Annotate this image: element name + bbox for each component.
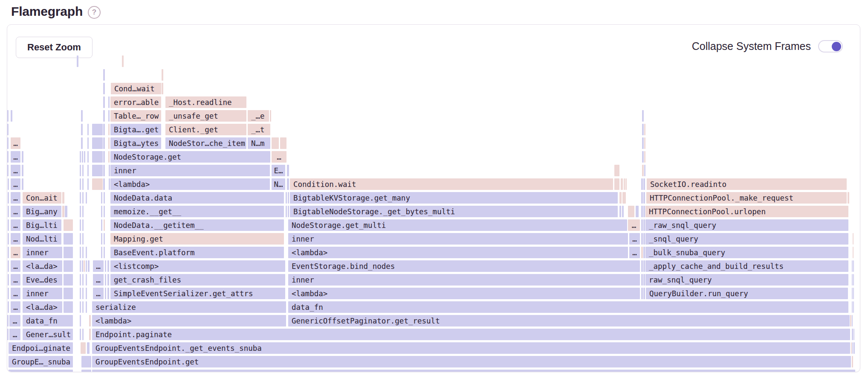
flame-frame[interactable]	[8, 288, 9, 299]
flame-frame[interactable]	[644, 137, 645, 149]
flame-frame[interactable]	[852, 301, 853, 313]
flame-frame[interactable]	[92, 370, 855, 372]
flame-frame[interactable]: Mapping.get	[110, 233, 284, 245]
flame-frame[interactable]	[8, 192, 9, 204]
flame-frame[interactable]: _unsafe_get	[165, 110, 246, 122]
flame-frame[interactable]: …	[11, 260, 20, 272]
flame-frame[interactable]	[81, 137, 83, 149]
flame-frame[interactable]: N…m	[248, 137, 270, 149]
flame-frame[interactable]	[86, 247, 87, 258]
flame-frame[interactable]	[86, 274, 87, 286]
flame-frame[interactable]: Table…_row	[110, 110, 161, 122]
flame-frame[interactable]	[625, 178, 627, 190]
flame-frame[interactable]	[8, 233, 9, 245]
flame-frame[interactable]: …	[11, 137, 20, 149]
flame-frame[interactable]	[64, 233, 73, 245]
flame-frame[interactable]	[62, 206, 64, 217]
flame-frame[interactable]: get_crash_files	[110, 274, 285, 286]
flame-frame[interactable]: Endpoi…ginate	[9, 342, 73, 354]
flame-frame[interactable]: Eve…des	[23, 274, 62, 286]
flame-frame[interactable]: Con…ait	[23, 192, 61, 204]
flame-frame[interactable]	[103, 124, 105, 135]
flame-frame[interactable]	[852, 356, 853, 367]
flame-frame[interactable]	[619, 206, 621, 217]
flame-frame[interactable]	[87, 165, 89, 176]
flame-frame[interactable]: <lambda>	[288, 247, 628, 258]
flame-frame[interactable]: Gener…sult	[23, 329, 73, 340]
flame-frame[interactable]	[92, 137, 103, 149]
flame-frame[interactable]	[288, 192, 289, 204]
flame-frame[interactable]	[8, 301, 9, 313]
flame-frame[interactable]: Client._get	[165, 124, 246, 135]
flame-frame[interactable]	[108, 151, 110, 163]
flame-frame[interactable]	[104, 247, 105, 258]
flame-frame[interactable]	[107, 288, 109, 299]
flame-frame[interactable]	[87, 124, 89, 135]
flame-frame[interactable]	[87, 151, 89, 163]
flame-frame[interactable]: Condition.wait	[290, 178, 613, 190]
flame-frame[interactable]	[642, 124, 644, 135]
flame-frame[interactable]	[853, 301, 854, 313]
flame-frame[interactable]	[641, 178, 643, 190]
flame-frame[interactable]	[162, 69, 163, 81]
flame-frame[interactable]	[104, 219, 105, 231]
flame-frame[interactable]: NodeStorage.get_multi	[288, 219, 627, 231]
flame-frame[interactable]: BaseEvent.platform	[110, 247, 284, 258]
flame-frame[interactable]	[101, 233, 102, 245]
flame-frame[interactable]: EventStorage.bind_nodes	[288, 260, 640, 272]
flame-frame[interactable]	[641, 260, 643, 272]
flame-frame[interactable]: …	[629, 247, 640, 258]
flame-frame[interactable]	[852, 260, 853, 272]
flame-frame[interactable]	[88, 260, 90, 272]
flame-frame[interactable]: HTTPConnectionPool.urlopen	[645, 206, 848, 217]
flame-frame[interactable]	[101, 219, 102, 231]
flame-frame[interactable]	[64, 260, 73, 272]
flame-frame[interactable]	[105, 260, 106, 272]
flame-frame[interactable]	[8, 206, 9, 217]
flame-frame[interactable]	[643, 178, 645, 190]
flame-frame[interactable]: …	[9, 329, 20, 340]
flame-frame[interactable]	[8, 274, 9, 286]
flame-frame[interactable]	[92, 151, 103, 163]
flame-frame[interactable]: …	[11, 219, 20, 231]
flame-frame[interactable]	[850, 315, 851, 327]
flame-frame[interactable]	[852, 288, 853, 299]
flame-frame[interactable]: raw_snql_query	[645, 274, 848, 286]
flame-frame[interactable]: …	[93, 260, 104, 272]
flame-frame[interactable]	[81, 370, 91, 372]
flame-frame[interactable]	[84, 260, 85, 272]
flame-frame[interactable]	[643, 274, 645, 286]
flame-frame[interactable]	[8, 178, 9, 190]
flame-frame[interactable]	[272, 137, 279, 149]
flame-frame[interactable]: GroupE…_snuba	[9, 356, 73, 367]
flame-frame[interactable]: inner	[23, 247, 62, 258]
flame-frame[interactable]	[84, 151, 85, 163]
flame-frame[interactable]	[624, 178, 625, 190]
flame-frame[interactable]	[80, 165, 81, 176]
flame-frame[interactable]	[65, 206, 67, 217]
flame-frame[interactable]: _Host.readline	[165, 96, 246, 108]
flame-frame[interactable]	[82, 260, 83, 272]
flame-frame[interactable]	[853, 247, 854, 258]
flame-frame[interactable]	[621, 178, 623, 190]
flame-frame[interactable]	[619, 192, 622, 204]
flame-frame[interactable]: …	[11, 192, 20, 204]
flame-frame[interactable]	[89, 315, 91, 327]
flame-frame[interactable]	[82, 206, 84, 217]
flame-frame[interactable]	[622, 192, 626, 204]
flame-frame[interactable]	[636, 206, 639, 217]
flame-frame[interactable]	[86, 301, 87, 313]
flame-frame[interactable]	[101, 206, 102, 217]
flame-frame[interactable]	[8, 247, 9, 258]
flame-frame[interactable]	[628, 206, 634, 217]
flame-frame[interactable]: NodeStor…che_item	[165, 137, 246, 149]
flame-frame[interactable]: <lambda>	[92, 315, 286, 327]
flame-frame[interactable]	[614, 178, 619, 190]
flame-frame[interactable]: <listcomp>	[110, 260, 285, 272]
flame-frame[interactable]: …	[11, 151, 20, 163]
flame-frame[interactable]	[644, 165, 645, 176]
flame-frame[interactable]: …	[628, 219, 640, 231]
flame-frame[interactable]	[82, 165, 84, 176]
flame-frame[interactable]: inner	[23, 288, 62, 299]
flame-frame[interactable]	[92, 178, 103, 190]
